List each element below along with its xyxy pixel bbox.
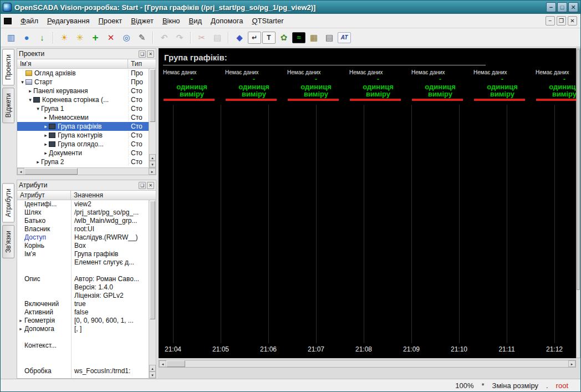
scroll-up-icon[interactable]: ▴ — [149, 365, 156, 371]
attr-value[interactable] — [71, 333, 149, 358]
trend-cell[interactable]: Немає даних - одиниця виміру — [348, 69, 408, 101]
menu-item[interactable]: Віджет — [126, 14, 158, 27]
attr-value[interactable]: true — [71, 300, 149, 308]
trend-cell[interactable]: Немає даних - одиниця виміру — [410, 69, 470, 101]
attribute-row[interactable]: Активний false — [17, 308, 149, 317]
attr-value[interactable]: view2 — [71, 200, 149, 208]
cut-icon[interactable]: ✂ — [195, 30, 209, 45]
tree-expander-icon[interactable]: ▾ — [27, 97, 33, 103]
menu-item[interactable]: Проект — [94, 14, 126, 27]
tree-expander-icon[interactable]: ▸ — [43, 124, 49, 129]
new-visual-item-icon[interactable]: ☀ — [57, 30, 72, 45]
menu-item[interactable]: Редагування — [43, 14, 94, 27]
scrollbar-track[interactable] — [149, 69, 156, 154]
attribute-row[interactable]: Контекст... — [17, 333, 149, 358]
scrollbar-thumb[interactable] — [150, 69, 155, 122]
tree-row[interactable]: ▸ Група контурів Сто — [17, 131, 149, 140]
maximize-button[interactable]: □ — [557, 2, 567, 12]
diagram-element-icon[interactable]: ≈ — [292, 32, 305, 43]
tree-row[interactable]: ▸ Група графіків Сто — [17, 122, 149, 131]
delete-widget-icon[interactable]: ✕ — [104, 30, 118, 45]
tree-row[interactable]: ▸ Група 2 Сто — [17, 157, 149, 166]
tree-row[interactable]: ▸ Документи Сто — [17, 149, 149, 157]
attr-value[interactable]: /wlb_Main/wdg_grp... — [71, 217, 149, 225]
edit-widget-icon[interactable]: ✎ — [135, 30, 149, 45]
scroll-down-icon[interactable]: ▾ — [149, 161, 156, 167]
close-button[interactable]: ✕ — [568, 2, 578, 12]
mdi-restore-button[interactable]: ❐ — [557, 16, 566, 26]
attribute-row[interactable]: Корінь Box — [17, 242, 149, 250]
attr-value[interactable]: Box — [71, 242, 149, 250]
menu-item[interactable]: QTStarter — [247, 14, 288, 27]
attribute-row[interactable]: Ім'я Група графіків — [17, 250, 149, 258]
panel-close-button[interactable]: ✕ — [147, 50, 154, 58]
add-widget-icon[interactable]: + — [88, 30, 103, 45]
tree-row[interactable]: ▸ Панелі керування Сто — [17, 86, 149, 95]
column-header-value[interactable]: Значення — [71, 191, 156, 200]
attribute-row[interactable]: Власник root:UI — [17, 225, 149, 233]
attr-expander-icon[interactable]: ▸ — [17, 317, 24, 325]
tree-expander-icon[interactable]: ▸ — [43, 133, 49, 138]
scrollbar-thumb[interactable] — [24, 168, 78, 175]
scroll-left-icon[interactable]: ◂ — [17, 168, 24, 175]
chart-area[interactable] — [159, 105, 576, 343]
attr-value[interactable]: Елемент слугує д... Автор: Роман Саво...… — [71, 258, 149, 300]
mdi-child-icon[interactable] — [4, 18, 12, 24]
column-header-type[interactable]: Тип — [128, 59, 156, 68]
media-element-icon[interactable]: ✿ — [277, 30, 291, 45]
trend-cell[interactable]: Немає даних - одиниця виміру — [286, 69, 346, 101]
attr-value[interactable]: Наслідув.(RWRW__) — [71, 233, 149, 242]
attr-value[interactable]: root:UI — [71, 225, 149, 233]
undo-icon[interactable]: ↶ — [157, 30, 171, 45]
attributes-vertical-scrollbar[interactable]: ▴ ▾ — [149, 200, 156, 378]
menu-item[interactable]: Файл — [16, 14, 43, 27]
attribute-row[interactable]: ▸ Допомога [, ] — [17, 325, 149, 333]
tree-row[interactable]: ▾ Група 1 Сто — [17, 104, 149, 113]
menu-item[interactable]: Допомога — [206, 14, 247, 27]
scrollbar-thumb[interactable] — [166, 360, 185, 367]
tree-expander-icon[interactable]: ▾ — [35, 106, 41, 111]
tree-expander-icon[interactable]: ▸ — [27, 88, 33, 94]
attr-value[interactable]: /prj_start/pg_so/pg_... — [71, 208, 149, 217]
attr-expander-icon[interactable]: ▸ — [17, 325, 24, 333]
panel-float-button[interactable]: ❏ — [139, 50, 146, 58]
tab-attributes[interactable]: Атрибути — [2, 183, 14, 222]
scroll-right-icon[interactable]: ▸ — [568, 360, 575, 367]
trend-cell[interactable]: Немає даних - одиниця виміру — [472, 69, 532, 101]
attr-value[interactable]: ws_FocusIn:/trnd1: — [71, 358, 149, 378]
tree-row[interactable]: ▾ Коренева сторінка (... Сто — [17, 95, 149, 104]
tree-expander-icon[interactable]: ▸ — [35, 159, 41, 165]
db-save-icon[interactable]: ↓ — [35, 30, 49, 45]
main-horizontal-scrollbar[interactable]: ◂ ▸ — [159, 360, 576, 368]
scroll-right-icon[interactable]: ▸ — [149, 168, 156, 175]
menu-item[interactable]: Вид — [185, 14, 207, 27]
attr-value[interactable]: Група графіків — [71, 250, 149, 258]
projects-horizontal-scrollbar[interactable]: ◂ ▸ — [17, 167, 156, 175]
scrollbar-track[interactable] — [185, 360, 568, 367]
protocol-element-icon[interactable]: ▦ — [307, 30, 321, 45]
column-header-name[interactable]: Ім'я — [17, 59, 128, 68]
paste-icon[interactable]: ▤ — [210, 30, 225, 45]
db-load-icon[interactable]: ● — [19, 30, 34, 45]
attr-value[interactable]: [, ] — [71, 325, 149, 333]
attr-value[interactable]: [0, 0, 900, 600, 1, ... — [71, 317, 149, 325]
tree-row[interactable]: ▾ Старт Про — [17, 78, 149, 86]
scroll-down-icon[interactable]: ▾ — [149, 371, 156, 378]
attribute-row[interactable]: Доступ Наслідув.(RWRW__) — [17, 233, 149, 242]
tree-row[interactable]: ▸ Група оглядо... Сто — [17, 140, 149, 149]
panel-float-button[interactable]: ❏ — [139, 182, 146, 189]
widget-library-icon[interactable]: ✳ — [73, 30, 87, 45]
trend-cell[interactable]: Немає даних - одиниця виміру — [534, 69, 576, 101]
panel-close-button[interactable]: ✕ — [147, 182, 154, 189]
tab-projects[interactable]: Проекти — [2, 49, 14, 85]
view-widget-icon[interactable]: ◎ — [119, 30, 134, 45]
attribute-row[interactable]: Опис Елемент слугує д... Автор: Роман Са… — [17, 258, 149, 300]
attribute-row[interactable]: Шлях /prj_start/pg_so/pg_... — [17, 208, 149, 217]
tree-expander-icon[interactable]: ▸ — [43, 115, 49, 120]
minimize-button[interactable]: − — [546, 2, 556, 12]
menu-item[interactable]: Вікно — [158, 14, 185, 27]
attribute-row[interactable]: Батько /wlb_Main/wdg_grp... — [17, 217, 149, 225]
redo-icon[interactable]: ↷ — [172, 30, 187, 45]
tree-row[interactable]: Огляд архівів Про — [17, 69, 149, 78]
attribute-row[interactable]: Обробка ws_FocusIn:/trnd1: — [17, 358, 149, 378]
